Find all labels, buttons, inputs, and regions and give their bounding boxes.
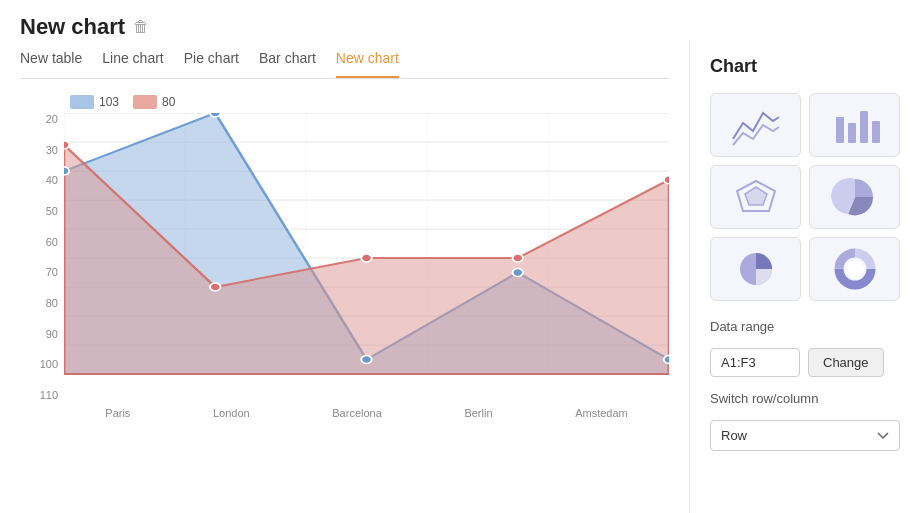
y-axis: 110 100 90 80 70 60 50 40 30 20: [20, 113, 64, 403]
left-panel: New table Line chart Pie chart Bar chart…: [0, 40, 690, 513]
right-panel: Chart: [690, 40, 920, 513]
chart-type-pie[interactable]: [809, 165, 900, 229]
svg-point-22: [664, 176, 669, 184]
main-layout: New table Line chart Pie chart Bar chart…: [0, 40, 920, 513]
legend-item-2: 80: [133, 95, 175, 109]
trash-icon[interactable]: 🗑: [133, 18, 149, 36]
chart-svg: [64, 113, 669, 403]
svg-rect-24: [848, 123, 856, 143]
svg-point-19: [210, 283, 221, 291]
x-label-paris: Paris: [105, 407, 130, 419]
legend-color-2: [133, 95, 157, 109]
svg-point-21: [512, 254, 523, 262]
svg-point-20: [361, 254, 372, 262]
svg-marker-28: [745, 187, 767, 205]
chart-area: 110 100 90 80 70 60 50 40 30 20: [20, 113, 669, 503]
legend-color-1: [70, 95, 94, 109]
tab-new-chart[interactable]: New chart: [336, 50, 399, 78]
data-range-label: Data range: [710, 319, 900, 334]
chart-legend: 103 80: [70, 95, 669, 109]
x-label-london: London: [213, 407, 250, 419]
tabs-bar: New table Line chart Pie chart Bar chart…: [20, 40, 669, 79]
svg-point-33: [846, 260, 864, 278]
row-column-select[interactable]: Row Column: [710, 420, 900, 451]
chart-type-grid: [710, 93, 900, 301]
x-axis: Paris London Barcelona Berlin Amstedam: [64, 403, 669, 419]
data-range-row: Change: [710, 348, 900, 377]
svg-point-16: [512, 269, 523, 277]
svg-point-18: [64, 141, 69, 149]
svg-rect-25: [860, 111, 868, 143]
tab-pie-chart[interactable]: Pie chart: [184, 50, 239, 78]
chart-type-radar[interactable]: [710, 165, 801, 229]
svg-point-14: [210, 113, 221, 117]
chart-type-filled-circle[interactable]: [710, 237, 801, 301]
chart-type-donut[interactable]: [809, 237, 900, 301]
x-label-amstedam: Amstedam: [575, 407, 628, 419]
tab-bar-chart[interactable]: Bar chart: [259, 50, 316, 78]
panel-title: Chart: [710, 56, 900, 77]
row-column-select-wrapper: Row Column: [710, 420, 900, 451]
svg-point-17: [664, 356, 669, 364]
page-header: New chart 🗑: [0, 0, 920, 40]
tab-line-chart[interactable]: Line chart: [102, 50, 163, 78]
data-range-input[interactable]: [710, 348, 800, 377]
legend-value-2: 80: [162, 95, 175, 109]
x-label-berlin: Berlin: [464, 407, 492, 419]
chart-wrapper: 110 100 90 80 70 60 50 40 30 20: [20, 113, 669, 403]
svg-rect-26: [872, 121, 880, 143]
svg-point-13: [64, 167, 69, 175]
legend-item-1: 103: [70, 95, 119, 109]
tab-new-table[interactable]: New table: [20, 50, 82, 78]
change-button[interactable]: Change: [808, 348, 884, 377]
x-label-barcelona: Barcelona: [332, 407, 382, 419]
page-title: New chart: [20, 14, 125, 40]
svg-point-15: [361, 356, 372, 364]
chart-type-bar[interactable]: [809, 93, 900, 157]
svg-rect-23: [836, 117, 844, 143]
legend-value-1: 103: [99, 95, 119, 109]
chart-type-line-area[interactable]: [710, 93, 801, 157]
switch-row-column-label: Switch row/column: [710, 391, 900, 406]
